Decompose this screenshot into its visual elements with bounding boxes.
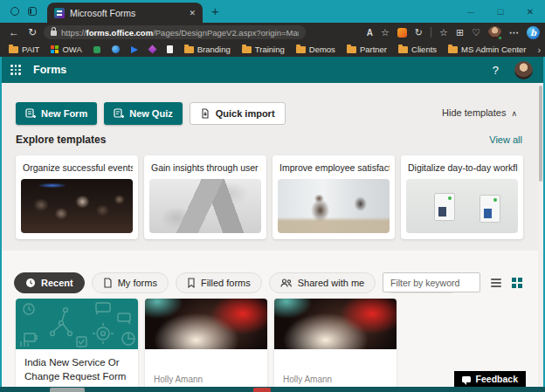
template-image-office bbox=[278, 179, 390, 233]
workspaces-icon[interactable] bbox=[10, 7, 19, 16]
library-section: Recent My forms Filled forms Shared with… bbox=[0, 251, 545, 387]
quick-import-button[interactable]: Quick import bbox=[190, 102, 286, 125]
url-scheme: https:// bbox=[61, 28, 86, 38]
new-form-button[interactable]: New Form bbox=[16, 102, 97, 125]
back-icon[interactable] bbox=[9, 26, 19, 38]
document-icon bbox=[167, 45, 173, 53]
template-cards: Organize successful events Gain insights… bbox=[16, 155, 523, 239]
window-frame-left bbox=[0, 57, 2, 392]
form-thumbnail-doodle bbox=[16, 299, 138, 349]
folder-icon bbox=[448, 46, 458, 53]
feedback-button[interactable]: Feedback bbox=[454, 371, 526, 387]
form-card-title: India New Service Or Change Request Form bbox=[16, 349, 138, 383]
browser-profile-avatar[interactable] bbox=[488, 26, 501, 39]
tab-shared-with-me[interactable]: Shared with me bbox=[269, 272, 376, 293]
tab-my-forms[interactable]: My forms bbox=[92, 272, 169, 293]
template-card-events[interactable]: Organize successful events bbox=[16, 155, 138, 239]
bookmark-owa[interactable]: OWA bbox=[51, 45, 81, 54]
tab-label: Recent bbox=[41, 278, 73, 288]
arrow-app-icon bbox=[131, 46, 138, 53]
folder-icon bbox=[296, 46, 306, 53]
new-tab-button[interactable] bbox=[211, 3, 219, 19]
taskbar-item bbox=[50, 388, 85, 392]
grid-view-icon[interactable] bbox=[512, 278, 522, 288]
taskbar-item bbox=[253, 388, 271, 392]
browser-essentials-icon[interactable] bbox=[472, 28, 480, 38]
microsoft-logo-icon bbox=[51, 45, 59, 53]
bookmark-ms-admin-center[interactable]: MS Admin Center bbox=[448, 45, 526, 54]
quick-import-label: Quick import bbox=[216, 108, 275, 119]
bookmark-pait[interactable]: PAIT bbox=[9, 45, 39, 54]
bookmark-branding[interactable]: Branding bbox=[184, 45, 231, 54]
template-card-satisfaction[interactable]: Improve employee satisfaction bbox=[272, 155, 395, 239]
template-card-title: Gain insights through user r... bbox=[149, 161, 261, 179]
help-icon[interactable]: ? bbox=[493, 64, 499, 77]
favorites-hub-icon[interactable] bbox=[439, 28, 448, 38]
new-quiz-label: New Quiz bbox=[129, 108, 173, 119]
hide-templates-toggle[interactable]: Hide templates bbox=[442, 107, 517, 118]
app-launcher-icon[interactable] bbox=[10, 65, 21, 75]
browser-titlebar: Microsoft Forms bbox=[0, 0, 545, 23]
form-card-title bbox=[274, 349, 397, 356]
template-card-digitalize[interactable]: Digitalize day-to-day workfl... bbox=[401, 155, 523, 239]
template-card-insights[interactable]: Gain insights through user r... bbox=[144, 155, 266, 239]
bookmark-arrow-app[interactable] bbox=[131, 46, 138, 53]
bookmark-icon bbox=[187, 278, 196, 288]
bookmark-blue-app[interactable] bbox=[112, 45, 120, 53]
explore-templates-heading: Explore templates bbox=[16, 134, 106, 146]
settings-menu-icon[interactable] bbox=[509, 28, 519, 38]
tab-recent[interactable]: Recent bbox=[14, 272, 85, 293]
page-icon bbox=[103, 278, 113, 288]
bookmark-clients[interactable]: Clients bbox=[398, 45, 437, 54]
bookmark-label: Clients bbox=[411, 45, 437, 54]
extension-c-icon[interactable] bbox=[415, 28, 423, 38]
browser-tab[interactable]: Microsoft Forms bbox=[47, 3, 203, 23]
new-quiz-button[interactable]: New Quiz bbox=[104, 102, 183, 125]
forms-favicon-icon bbox=[54, 8, 65, 18]
form-card-india-service[interactable]: India New Service Or Change Request Form bbox=[16, 299, 138, 389]
url-text: https://forms.office.com/Pages/DesignPag… bbox=[61, 28, 299, 38]
bookmark-diamond-app[interactable] bbox=[149, 46, 155, 52]
extension-orange-icon[interactable] bbox=[397, 28, 407, 38]
feedback-label: Feedback bbox=[476, 374, 518, 384]
presence-dot bbox=[498, 36, 502, 40]
list-view-icon[interactable] bbox=[491, 279, 501, 287]
close-window-button[interactable] bbox=[515, 0, 545, 23]
template-image-lab bbox=[406, 179, 518, 233]
refresh-icon[interactable] bbox=[28, 26, 37, 38]
doodle-icons bbox=[16, 299, 138, 349]
bookmark-green-app[interactable] bbox=[93, 46, 100, 53]
window-frame-bottom bbox=[0, 387, 545, 392]
bookmark-label: Training bbox=[255, 45, 285, 54]
read-aloud-icon[interactable] bbox=[367, 28, 373, 38]
tab-close-icon[interactable] bbox=[189, 9, 196, 17]
template-card-title: Improve employee satisfaction bbox=[278, 161, 390, 179]
collections-icon[interactable] bbox=[456, 28, 464, 38]
form-card-untitled-1[interactable]: Holly Amann bbox=[145, 299, 267, 389]
bookmark-training[interactable]: Training bbox=[242, 45, 285, 54]
bookmark-partner[interactable]: Partner bbox=[347, 45, 387, 54]
bookmark-doc[interactable] bbox=[167, 45, 173, 53]
minimize-button[interactable] bbox=[456, 0, 486, 23]
lock-icon[interactable] bbox=[51, 31, 57, 36]
form-card-untitled-2[interactable]: Holly Amann bbox=[274, 299, 397, 389]
window-controls bbox=[456, 0, 545, 23]
tab-filled-forms[interactable]: Filled forms bbox=[176, 272, 262, 293]
bookmark-demos[interactable]: Demos bbox=[296, 45, 335, 54]
bookmark-label: OWA bbox=[62, 45, 81, 54]
bookmark-label: Branding bbox=[197, 45, 231, 54]
filter-input[interactable] bbox=[383, 272, 480, 292]
new-form-icon bbox=[25, 108, 36, 119]
scrollbar-thumb[interactable] bbox=[539, 86, 542, 182]
folder-icon bbox=[9, 46, 18, 53]
view-all-link[interactable]: View all bbox=[489, 134, 522, 145]
url-field[interactable]: https://forms.office.com/Pages/DesignPag… bbox=[44, 25, 306, 39]
add-favorite-icon[interactable] bbox=[381, 28, 390, 38]
template-card-title: Digitalize day-to-day workfl... bbox=[406, 161, 518, 179]
copilot-icon[interactable]: b bbox=[527, 26, 540, 39]
bookmarks-overflow-icon[interactable] bbox=[538, 45, 542, 55]
account-avatar[interactable] bbox=[514, 61, 533, 79]
bookmark-label: PAIT bbox=[22, 45, 39, 54]
vertical-tabs-icon[interactable] bbox=[28, 7, 37, 16]
maximize-button[interactable] bbox=[486, 0, 515, 23]
